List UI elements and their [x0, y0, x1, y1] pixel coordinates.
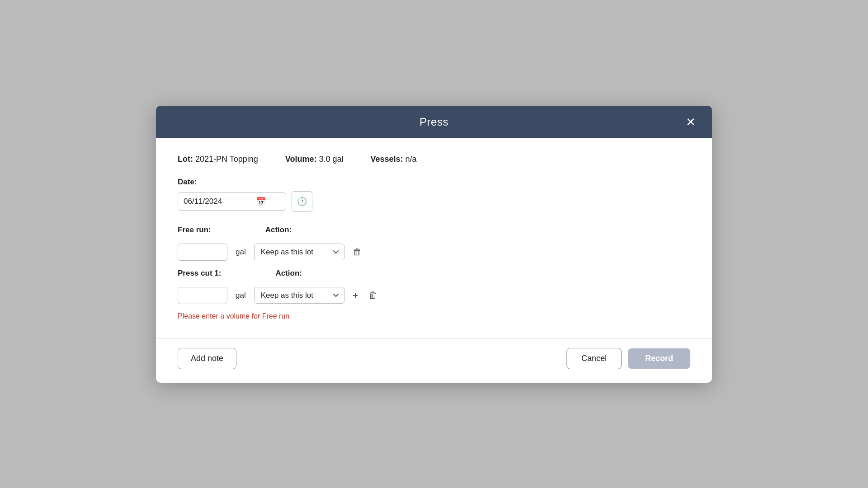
modal-overlay: Press ✕ Lot: 2021-PN Topping Volume: 3.0…	[0, 0, 868, 488]
free-run-volume-input[interactable]	[178, 244, 227, 261]
free-run-delete-button[interactable]: 🗑	[351, 245, 363, 259]
press-cut-1-gal-label: gal	[236, 291, 246, 300]
close-button[interactable]: ✕	[682, 114, 699, 130]
press-modal: Press ✕ Lot: 2021-PN Topping Volume: 3.0…	[156, 106, 712, 383]
free-run-action-select[interactable]: Keep as this lot Blend into another lot …	[254, 244, 344, 260]
press-cut-1-section: Press cut 1: Action: gal Keep as this lo…	[178, 269, 690, 304]
volume-label: Volume:	[285, 155, 317, 164]
plus-icon: +	[353, 290, 359, 301]
record-button[interactable]: Record	[628, 348, 690, 369]
error-message: Please enter a volume for Free run	[178, 312, 690, 320]
press-cut-1-label: Press cut 1:	[178, 269, 221, 278]
add-note-button[interactable]: Add note	[178, 348, 236, 369]
modal-footer: Add note Cancel Record	[156, 338, 712, 383]
volume-value: 3.0 gal	[319, 155, 343, 164]
vessels-info: Vessels: n/a	[371, 155, 417, 164]
press-cut-1-row: gal Keep as this lot Blend into another …	[178, 287, 690, 304]
vessels-value: n/a	[406, 155, 417, 164]
vessels-label: Vessels:	[371, 155, 403, 164]
date-label: Date:	[178, 178, 690, 187]
free-run-row: gal Keep as this lot Blend into another …	[178, 244, 690, 261]
free-run-action-label: Action:	[265, 225, 292, 235]
modal-title: Press	[420, 116, 448, 128]
volume-info: Volume: 3.0 gal	[285, 155, 344, 164]
footer-right: Cancel Record	[566, 348, 690, 369]
clock-icon: 🕐	[297, 197, 307, 206]
date-section: Date: 📅 🕐	[178, 178, 690, 212]
free-run-label: Free run:	[178, 225, 211, 235]
modal-body: Lot: 2021-PN Topping Volume: 3.0 gal Ves…	[156, 138, 712, 338]
date-input-wrapper: 📅	[178, 192, 286, 211]
clock-button[interactable]: 🕐	[292, 191, 312, 212]
date-input[interactable]	[184, 197, 251, 206]
press-cut-1-volume-input[interactable]	[178, 287, 227, 304]
press-cut-1-labels: Press cut 1: Action:	[178, 269, 690, 282]
date-row: 📅 🕐	[178, 191, 690, 212]
lot-label: Lot:	[178, 155, 193, 164]
press-cut-1-action-label: Action:	[275, 269, 302, 278]
press-cut-1-action-select[interactable]: Keep as this lot Blend into another lot …	[254, 287, 344, 304]
calendar-icon: 📅	[256, 197, 266, 206]
lot-value: 2021-PN Topping	[195, 155, 258, 164]
lot-info: Lot: 2021-PN Topping	[178, 155, 258, 164]
modal-header: Press ✕	[156, 106, 712, 138]
trash-icon-2: 🗑	[368, 290, 377, 300]
info-row: Lot: 2021-PN Topping Volume: 3.0 gal Ves…	[178, 155, 690, 164]
free-run-labels: Free run: Action:	[178, 225, 690, 239]
free-run-section: Free run: Action: gal Keep as this lot B…	[178, 225, 690, 261]
free-run-gal-label: gal	[236, 248, 246, 257]
cancel-button[interactable]: Cancel	[566, 348, 622, 369]
add-press-cut-button[interactable]: +	[351, 288, 360, 303]
press-cut-1-delete-button[interactable]: 🗑	[367, 288, 379, 302]
trash-icon: 🗑	[353, 247, 362, 257]
